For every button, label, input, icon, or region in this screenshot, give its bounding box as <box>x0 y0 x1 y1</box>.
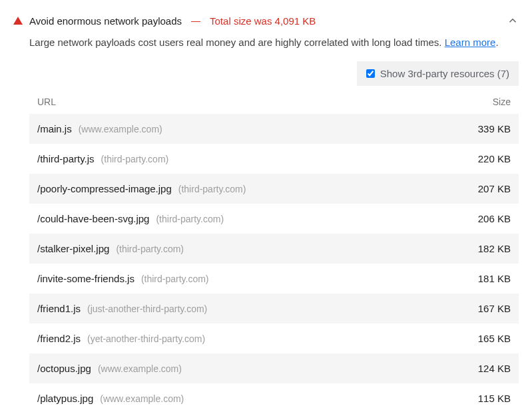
url-path: /main.js <box>37 123 72 134</box>
audit-description: Large network payloads cost users real m… <box>13 35 519 59</box>
table-row: /main.js(www.example.com)339 KB <box>29 114 519 144</box>
url-domain: (third-party.com) <box>178 184 246 194</box>
size-value: 124 KB <box>478 363 511 374</box>
table-row: /invite-some-friends.js(third-party.com)… <box>29 264 519 294</box>
table-header: URL Size <box>29 90 519 114</box>
size-value: 220 KB <box>478 153 511 164</box>
size-value: 165 KB <box>478 333 511 344</box>
size-value: 167 KB <box>478 303 511 314</box>
column-size: Size <box>493 97 511 107</box>
size-value: 207 KB <box>478 183 511 194</box>
size-value: 182 KB <box>478 243 511 254</box>
url-path: /stalker-pixel.jpg <box>37 243 109 254</box>
table-row: /third-party.js(third-party.com)220 KB <box>29 144 519 174</box>
third-party-toggle[interactable]: Show 3rd-party resources (7) <box>357 61 519 86</box>
table-row: /octopus.jpg(www.example.com)124 KB <box>29 353 519 383</box>
audit-header[interactable]: Avoid enormous network payloads — Total … <box>13 11 519 35</box>
description-text: Large network payloads cost users real m… <box>29 37 445 48</box>
table-body: /main.js(www.example.com)339 KB/third-pa… <box>29 114 519 413</box>
url-path: /octopus.jpg <box>37 363 91 374</box>
separator-dash: — <box>191 15 200 26</box>
table-row: /friend2.js(yet-another-third-party.com)… <box>29 323 519 353</box>
url-path: /platypus.jpg <box>37 393 93 404</box>
description-period: . <box>495 37 498 48</box>
url-path: /friend1.js <box>37 303 81 314</box>
url-domain: (yet-another-third-party.com) <box>87 333 205 344</box>
url-domain: (www.example.com) <box>98 363 182 374</box>
url-domain: (third-party.com) <box>116 244 184 254</box>
learn-more-link[interactable]: Learn more <box>445 37 496 48</box>
table-row: /friend1.js(just-another-third-party.com… <box>29 294 519 323</box>
size-value: 181 KB <box>478 273 511 284</box>
size-value: 115 KB <box>478 393 511 404</box>
url-domain: (third-party.com) <box>141 274 209 284</box>
table-row: /stalker-pixel.jpg(third-party.com)182 K… <box>29 234 519 264</box>
table-row: /poorly-compressed-image.jpg(third-party… <box>29 174 519 204</box>
toggle-row: Show 3rd-party resources (7) <box>13 59 519 90</box>
url-domain: (www.example.com) <box>79 124 162 134</box>
url-path: /poorly-compressed-image.jpg <box>37 183 172 194</box>
audit-summary: Total size was 4,091 KB <box>210 15 316 27</box>
size-value: 339 KB <box>478 123 511 134</box>
url-path: /third-party.js <box>37 153 95 164</box>
chevron-up-icon <box>507 15 519 27</box>
third-party-checkbox[interactable] <box>366 69 375 78</box>
url-domain: (just-another-third-party.com) <box>87 304 207 314</box>
url-path: /friend2.js <box>37 333 81 344</box>
url-path: /could-have-been-svg.jpg <box>37 213 149 224</box>
size-value: 206 KB <box>478 213 511 224</box>
audit-panel: Avoid enormous network payloads — Total … <box>0 0 532 420</box>
column-url: URL <box>37 97 56 107</box>
fail-triangle-icon <box>13 17 23 25</box>
toggle-label: Show 3rd-party resources (7) <box>380 68 509 79</box>
url-domain: (third-party.com) <box>101 154 169 164</box>
url-path: /invite-some-friends.js <box>37 273 134 284</box>
table-row: /platypus.jpg(www.example.com)115 KB <box>29 383 519 413</box>
audit-title: Avoid enormous network payloads <box>29 15 182 27</box>
url-domain: (third-party.com) <box>156 214 224 224</box>
table-row: /could-have-been-svg.jpg(third-party.com… <box>29 204 519 234</box>
url-domain: (www.example.com) <box>100 393 184 404</box>
